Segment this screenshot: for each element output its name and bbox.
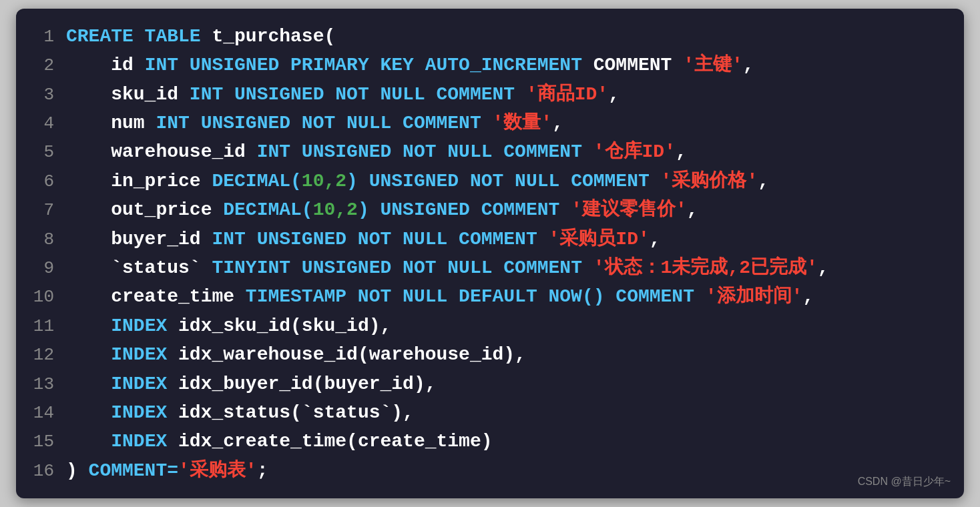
code-line: 1CREATE TABLE t_purchase( [29, 22, 944, 51]
code-line: 13 INDEX idx_buyer_id(buyer_id), [29, 370, 944, 398]
line-number: 9 [29, 255, 66, 282]
code-segment: TINYINT UNSIGNED NOT NULL COMMENT [212, 258, 582, 278]
line-content: num INT UNSIGNED NOT NULL COMMENT '数量', [66, 109, 944, 137]
code-segment: , [802, 286, 814, 307]
code-segment: , [758, 171, 769, 191]
code-segment: INDEX [111, 431, 167, 452]
code-segment [66, 402, 111, 423]
code-line: 12 INDEX idx_warehouse_id(warehouse_id), [29, 340, 944, 369]
code-line: 8 buyer_id INT UNSIGNED NOT NULL COMMENT… [29, 225, 944, 254]
line-number: 3 [29, 81, 66, 108]
code-segment [481, 113, 493, 133]
code-segment [559, 199, 571, 220]
code-segment: '商品ID' [526, 84, 608, 105]
code-segment: INDEX [111, 316, 167, 336]
code-segment: '采购员ID' [549, 229, 650, 249]
line-number: 4 [29, 110, 66, 137]
line-content: `status` TINYINT UNSIGNED NOT NULL COMME… [66, 254, 944, 282]
line-content: INDEX idx_status(`status`), [66, 398, 944, 427]
code-line: 11 INDEX idx_sku_id(sku_id), [29, 312, 944, 340]
code-line: 2 id INT UNSIGNED PRIMARY KEY AUTO_INCRE… [29, 51, 944, 79]
code-segment: DECIMAL( [223, 199, 312, 220]
line-number: 6 [29, 168, 66, 195]
line-content: INDEX idx_sku_id(sku_id), [66, 312, 944, 340]
line-content: in_price DECIMAL(10,2) UNSIGNED NOT NULL… [66, 167, 944, 195]
line-number: 15 [29, 428, 66, 455]
code-line: 5 warehouse_id INT UNSIGNED NOT NULL COM… [29, 137, 944, 166]
code-segment: t_purchase( [201, 26, 336, 47]
code-segment [694, 286, 706, 307]
code-segment: '数量' [493, 113, 553, 133]
code-container: 1CREATE TABLE t_purchase(2 id INT UNSIGN… [16, 9, 964, 498]
code-segment: warehouse_id [66, 141, 257, 162]
line-content: ) COMMENT='采购表'; [66, 456, 944, 485]
code-segment: , [552, 113, 563, 133]
code-segment: idx_sku_id(sku_id), [167, 316, 391, 336]
code-segment: idx_create_time(create_time) [167, 431, 492, 452]
line-content: warehouse_id INT UNSIGNED NOT NULL COMME… [66, 137, 944, 166]
code-segment: ) UNSIGNED COMMENT [358, 199, 559, 220]
code-segment: , [608, 84, 620, 105]
code-segment: , [650, 229, 661, 249]
line-content: id INT UNSIGNED PRIMARY KEY AUTO_INCREME… [66, 51, 944, 79]
code-line: 10 create_time TIMESTAMP NOT NULL DEFAUL… [29, 282, 944, 311]
code-segment [515, 84, 526, 105]
code-segment [582, 258, 593, 278]
code-segment: , [687, 199, 698, 220]
code-segment [537, 229, 549, 249]
code-segment: '添加时间' [706, 286, 803, 307]
code-segment: COMMENT [582, 55, 683, 75]
line-number: 14 [29, 400, 66, 426]
line-number: 8 [29, 226, 66, 253]
code-segment: TIMESTAMP NOT NULL DEFAULT NOW() COMMENT [246, 286, 694, 307]
code-segment: COMMENT= [89, 460, 178, 481]
code-segment: 10,2 [313, 199, 358, 220]
code-segment: buyer_id [66, 229, 212, 249]
code-segment: '建议零售价' [571, 199, 687, 220]
code-segment: ) [66, 460, 89, 481]
code-segment: '主键' [683, 55, 743, 75]
line-number: 16 [29, 458, 66, 484]
code-segment [66, 431, 111, 452]
code-segment [66, 316, 111, 336]
code-segment: id [66, 55, 145, 75]
line-content: buyer_id INT UNSIGNED NOT NULL COMMENT '… [66, 225, 944, 254]
code-segment: DECIMAL( [212, 171, 301, 191]
line-content: CREATE TABLE t_purchase( [66, 22, 944, 51]
line-number: 10 [29, 284, 66, 310]
line-content: INDEX idx_warehouse_id(warehouse_id), [66, 340, 944, 369]
line-number: 12 [29, 342, 66, 368]
line-content: out_price DECIMAL(10,2) UNSIGNED COMMENT… [66, 195, 944, 224]
code-segment: idx_status(`status`), [167, 402, 414, 423]
code-segment: INT UNSIGNED NOT NULL COMMENT [190, 84, 515, 105]
code-segment: `status` [66, 258, 212, 278]
code-segment: INT UNSIGNED NOT NULL COMMENT [156, 113, 481, 133]
line-content: create_time TIMESTAMP NOT NULL DEFAULT N… [66, 282, 944, 311]
code-segment: INDEX [111, 344, 167, 365]
code-line: 15 INDEX idx_create_time(create_time) [29, 427, 944, 456]
code-segment: create_time [66, 286, 246, 307]
code-line: 9 `status` TINYINT UNSIGNED NOT NULL COM… [29, 254, 944, 282]
code-segment: out_price [66, 199, 223, 220]
code-block: 1CREATE TABLE t_purchase(2 id INT UNSIGN… [29, 22, 944, 485]
code-line: 16) COMMENT='采购表'; [29, 456, 944, 485]
code-segment: 10,2 [302, 171, 346, 191]
line-content: INDEX idx_buyer_id(buyer_id), [66, 370, 944, 398]
code-segment: , [743, 55, 754, 75]
code-line: 3 sku_id INT UNSIGNED NOT NULL COMMENT '… [29, 80, 944, 109]
code-segment: INT UNSIGNED PRIMARY KEY AUTO_INCREMENT [145, 55, 582, 75]
line-number: 1 [29, 23, 66, 50]
line-number: 2 [29, 52, 66, 79]
code-segment: INT UNSIGNED NOT NULL COMMENT [212, 229, 537, 249]
line-number: 5 [29, 139, 66, 165]
code-segment: INT UNSIGNED NOT NULL COMMENT [257, 141, 582, 162]
code-segment: ; [257, 460, 268, 481]
code-segment: , [818, 258, 829, 278]
code-line: 7 out_price DECIMAL(10,2) UNSIGNED COMME… [29, 195, 944, 224]
code-segment [66, 344, 111, 365]
code-segment: , [676, 141, 687, 162]
code-segment: ) UNSIGNED NOT NULL COMMENT [346, 171, 650, 191]
code-line: 4 num INT UNSIGNED NOT NULL COMMENT '数量'… [29, 109, 944, 137]
code-segment: sku_id [66, 84, 190, 105]
code-line: 6 in_price DECIMAL(10,2) UNSIGNED NOT NU… [29, 167, 944, 195]
